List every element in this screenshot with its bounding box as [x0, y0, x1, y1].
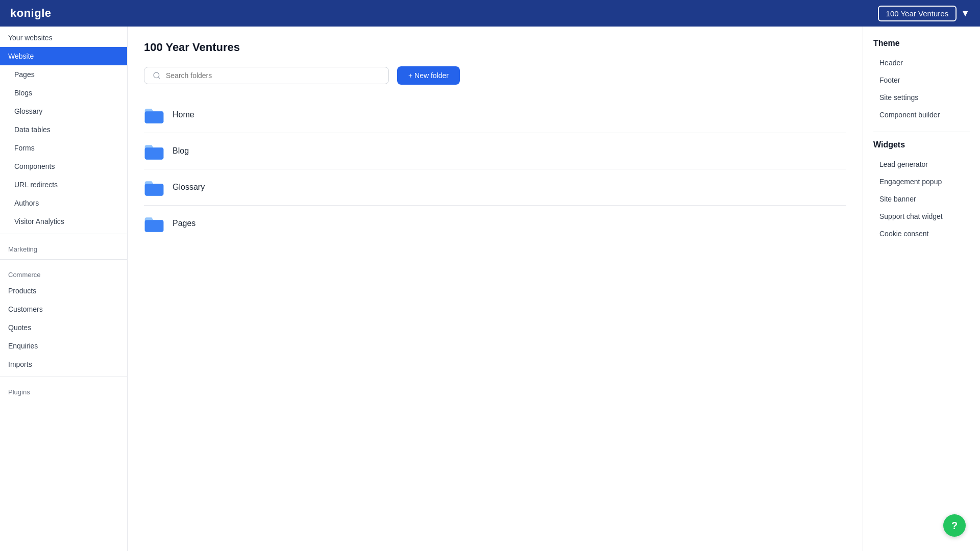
your-websites-label: Your websites — [0, 27, 127, 47]
folder-item-glossary[interactable]: Glossary — [144, 169, 846, 206]
sidebar-item-components[interactable]: Components — [0, 157, 127, 176]
marketing-label: Marketing — [0, 237, 127, 256]
right-item-component-builder[interactable]: Component builder — [873, 106, 970, 123]
new-folder-button[interactable]: + New folder — [397, 66, 460, 85]
commerce-label: Commerce — [0, 263, 127, 282]
right-divider — [873, 132, 970, 132]
help-button[interactable]: ? — [943, 514, 966, 537]
sidebar-item-products[interactable]: Products ← — [0, 282, 127, 300]
sidebar-item-enquiries[interactable]: Enquiries — [0, 337, 127, 355]
folder-name-blog: Blog — [173, 146, 189, 156]
folder-name-pages: Pages — [173, 219, 195, 228]
widgets-title: Widgets — [873, 140, 970, 149]
right-item-lead-generator[interactable]: Lead generator — [873, 156, 970, 173]
main-layout: Your websites Website Pages Blogs Glossa… — [0, 27, 980, 551]
sidebar-item-website[interactable]: Website — [0, 47, 127, 65]
folder-name-glossary: Glossary — [173, 183, 205, 192]
chevron-down-icon[interactable]: ▼ — [961, 8, 970, 19]
sidebar-divider-3 — [0, 377, 127, 377]
folder-icon-glossary — [144, 179, 164, 196]
site-selector-button[interactable]: 100 Year Ventures — [878, 6, 957, 21]
sidebar-item-visitor-analytics[interactable]: Visitor Analytics — [0, 212, 127, 231]
sidebar-item-data-tables[interactable]: Data tables — [0, 120, 127, 139]
sidebar-item-forms[interactable]: Forms — [0, 139, 127, 157]
folder-icon-pages — [144, 215, 164, 232]
search-input[interactable] — [166, 71, 380, 80]
folder-item-pages[interactable]: Pages — [144, 206, 846, 241]
sidebar-item-quotes[interactable]: Quotes — [0, 318, 127, 337]
sidebar-divider-2 — [0, 259, 127, 260]
right-item-site-banner[interactable]: Site banner — [873, 190, 970, 208]
search-box — [144, 67, 389, 84]
folder-name-home: Home — [173, 110, 194, 119]
content-area: 100 Year Ventures + New folder Home — [128, 27, 863, 551]
folder-icon-blog — [144, 142, 164, 160]
search-icon — [153, 71, 161, 80]
products-label: Products — [8, 287, 36, 295]
right-item-footer[interactable]: Footer — [873, 71, 970, 89]
folder-list: Home Blog Glossary — [144, 97, 846, 241]
right-item-engagement-popup[interactable]: Engagement popup — [873, 173, 970, 190]
folder-item-home[interactable]: Home — [144, 97, 846, 133]
sidebar-item-blogs[interactable]: Blogs — [0, 84, 127, 102]
sidebar-item-glossary[interactable]: Glossary — [0, 102, 127, 120]
right-item-support-chat-widget[interactable]: Support chat widget — [873, 208, 970, 225]
top-navigation: konigle 100 Year Ventures ▼ — [0, 0, 980, 27]
sidebar-item-authors[interactable]: Authors — [0, 194, 127, 212]
right-item-cookie-consent[interactable]: Cookie consent — [873, 225, 970, 242]
plugins-label: Plugins — [0, 380, 127, 399]
logo: konigle — [10, 7, 52, 20]
sidebar-item-customers[interactable]: Customers — [0, 300, 127, 318]
toolbar: + New folder — [144, 66, 846, 85]
right-item-header[interactable]: Header — [873, 54, 970, 71]
page-title: 100 Year Ventures — [144, 41, 846, 54]
sidebar-item-pages[interactable]: Pages — [0, 65, 127, 84]
right-item-site-settings[interactable]: Site settings — [873, 89, 970, 106]
theme-title: Theme — [873, 39, 970, 48]
sidebar-divider-1 — [0, 234, 127, 234]
folder-item-blog[interactable]: Blog — [144, 133, 846, 169]
right-panel: Theme Header Footer Site settings Compon… — [863, 27, 980, 551]
top-nav-right: 100 Year Ventures ▼ — [878, 6, 970, 21]
folder-icon-home — [144, 106, 164, 123]
svg-point-0 — [154, 72, 159, 78]
sidebar: Your websites Website Pages Blogs Glossa… — [0, 27, 128, 551]
svg-line-1 — [158, 77, 160, 79]
sidebar-item-url-redirects[interactable]: URL redirects — [0, 176, 127, 194]
sidebar-item-imports[interactable]: Imports — [0, 355, 127, 373]
